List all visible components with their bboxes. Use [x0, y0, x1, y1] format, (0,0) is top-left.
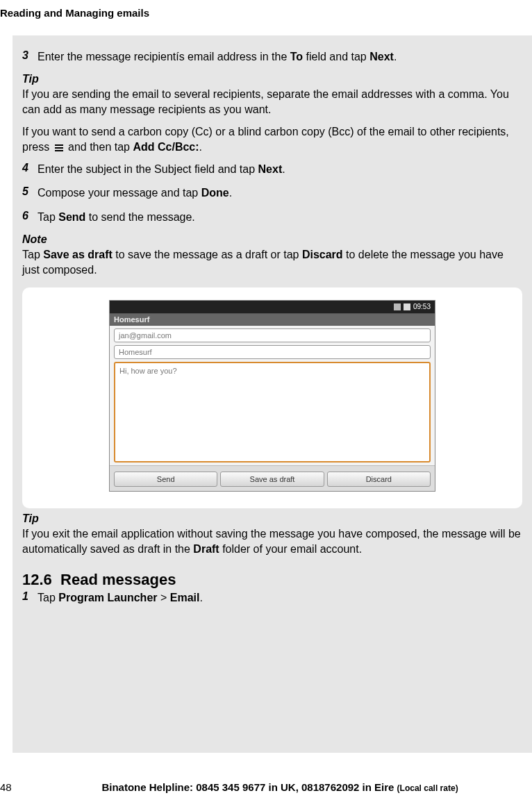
helpline-text: Binatone Helpline: 0845 345 9677 in UK, …: [101, 781, 397, 793]
bold-next: Next: [258, 163, 283, 175]
text: .: [282, 163, 285, 175]
text: Enter the subject in the Subject field a…: [38, 163, 258, 175]
step-text: Enter the subject in the Subject field a…: [38, 162, 522, 177]
step-text: Compose your message and tap Done.: [38, 185, 522, 201]
bold-email: Email: [170, 592, 200, 603]
step-text: Tap Send to send the message.: [38, 210, 522, 225]
step-text: Tap Program Launcher > Email.: [38, 590, 522, 606]
statusbar: 09:53: [110, 301, 435, 313]
text: .: [394, 51, 397, 62]
bold-to: To: [290, 51, 303, 62]
note-label: Note: [22, 233, 522, 246]
status-time: 09:53: [413, 303, 431, 310]
page-number: 48: [0, 781, 28, 793]
svg-rect-2: [55, 150, 63, 151]
step-num: 1: [22, 590, 38, 603]
save-draft-button[interactable]: Save as draft: [220, 472, 324, 487]
bold-next: Next: [369, 51, 394, 62]
section-title: Read messages: [60, 571, 176, 588]
text: .: [199, 141, 202, 153]
text: Tap: [38, 211, 58, 223]
text: Tap: [38, 592, 58, 603]
cc-paragraph: If you want to send a carbon copy (Cc) o…: [22, 124, 522, 155]
bold-draft: Draft: [193, 543, 219, 555]
text: to save the message as a draft or tap: [113, 249, 302, 260]
screenshot-wrap: 09:53 Homesurf jan@gmail.com Homesurf Hi…: [22, 288, 522, 508]
bold-save-draft: Save as draft: [43, 249, 113, 260]
screen-title: Homesurf: [110, 313, 435, 326]
bold-program-launcher: Program Launcher: [58, 592, 157, 603]
tip-label: Tip: [22, 73, 522, 85]
text: Compose your message and tap: [38, 187, 201, 199]
tip-text: If you are sending the email to several …: [22, 87, 522, 117]
to-field[interactable]: jan@gmail.com: [114, 328, 431, 342]
step-text: Enter the message recipientís email addr…: [38, 49, 522, 65]
bold-done: Done: [201, 187, 229, 199]
text: >: [158, 592, 170, 603]
svg-rect-0: [55, 144, 63, 146]
note-text: Tap Save as draft to save the message as…: [22, 247, 522, 278]
text: .: [229, 187, 232, 199]
text: folder of your email account.: [219, 543, 362, 555]
tip-label: Tip: [22, 512, 522, 525]
text: Enter the message recipientís email addr…: [38, 51, 290, 62]
page-header: Reading and Managing emails: [0, 0, 532, 19]
step-5: 5 Compose your message and tap Done.: [22, 185, 522, 201]
menu-icon: [54, 144, 64, 152]
text: .: [199, 592, 202, 603]
step-4: 4 Enter the subject in the Subject field…: [22, 162, 522, 177]
send-button[interactable]: Send: [114, 472, 217, 487]
step-num: 5: [22, 185, 38, 198]
bold-send: Send: [58, 211, 85, 223]
tip2-text: If you exit the email application withou…: [22, 526, 522, 557]
text: to send the message.: [85, 211, 194, 223]
footer: 48 Binatone Helpline: 0845 345 9677 in U…: [0, 781, 532, 793]
helpline-note: (Local call rate): [397, 783, 458, 793]
discard-button[interactable]: Discard: [327, 472, 431, 487]
subject-field[interactable]: Homesurf: [114, 345, 431, 359]
section-num: 12.6: [22, 571, 52, 588]
body-field[interactable]: Hi, how are you?: [114, 362, 431, 462]
button-bar: Send Save as draft Discard: [110, 465, 435, 491]
status-icon: [394, 303, 401, 310]
svg-rect-1: [55, 147, 63, 149]
screenshot: 09:53 Homesurf jan@gmail.com Homesurf Hi…: [109, 300, 435, 492]
text: and then tap: [68, 141, 133, 153]
step-6: 6 Tap Send to send the message.: [22, 210, 522, 225]
bold-add-cc: Add Cc/Bcc:: [133, 141, 199, 153]
text: Tap: [22, 249, 43, 260]
step-num: 3: [22, 49, 38, 62]
content-box: 3 Enter the message recipientís email ad…: [13, 35, 532, 753]
alarm-icon: [404, 303, 410, 310]
step-1-read: 1 Tap Program Launcher > Email.: [22, 590, 522, 606]
step-3: 3 Enter the message recipientís email ad…: [22, 49, 522, 65]
footer-text: Binatone Helpline: 0845 345 9677 in UK, …: [28, 781, 532, 793]
section-heading: 12.6 Read messages: [22, 571, 522, 589]
step-num: 6: [22, 210, 38, 222]
bold-discard: Discard: [302, 249, 343, 260]
step-num: 4: [22, 162, 38, 174]
text: field and tap: [303, 51, 369, 62]
